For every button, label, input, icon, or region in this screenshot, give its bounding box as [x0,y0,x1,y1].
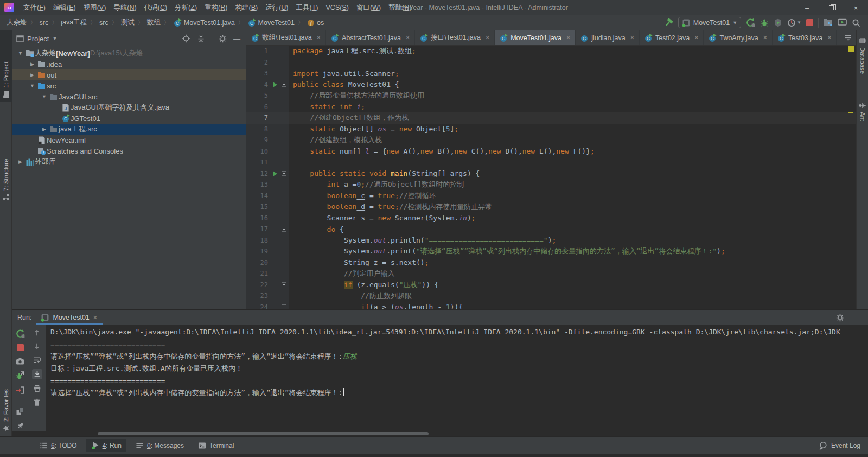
code-line[interactable]: 1 package java工程.src.测试.数组; [246,46,856,57]
fold-icon[interactable] [282,282,286,287]
menu-item[interactable]: 运行(U) [261,0,292,15]
fold-icon[interactable] [282,304,286,309]
tree-expand-icon[interactable]: ▼ [40,94,48,99]
menu-item[interactable]: 窗口(W) [353,0,385,15]
editor-gutter[interactable]: 10 [246,146,289,157]
exit-icon[interactable] [16,386,24,395]
editor-tab[interactable]: C TwoArry.java✕ [704,30,773,45]
code-line[interactable]: 18 System.out.println("=================… [246,235,856,246]
trash-icon[interactable] [33,398,41,407]
code-line[interactable]: 3 import java.util.Scanner; [246,68,856,79]
editor-gutter[interactable]: 9 [246,135,289,146]
gear-icon[interactable] [836,314,844,322]
editor-gutter[interactable]: 23 [246,290,289,302]
editor-tab[interactable]: C jiudian.java✕ [576,30,640,45]
code-line[interactable]: 23 //防止数列超限 [246,290,856,302]
tree-item[interactable]: ▶ 外部库 [12,156,246,167]
scrollbar-thumb[interactable] [98,432,429,435]
close-icon[interactable]: ✕ [630,34,635,41]
breadcrumb-item[interactable]: src [98,18,110,27]
editor-gutter[interactable]: 19 [246,246,289,257]
locate-file-icon[interactable] [182,34,190,43]
breadcrumb-item[interactable]: CMoveTest01 [246,18,296,28]
menu-item[interactable]: 分析(Z) [171,0,201,15]
statusbar-tab[interactable]: Terminal [193,440,239,452]
close-icon[interactable]: ✕ [405,34,410,41]
arrow-down-icon[interactable] [33,342,41,350]
code-line[interactable]: 10 static num[] l = {new A(),new B(),new… [246,146,856,157]
code-line[interactable]: 16 Scanner s = new Scanner(System.in); [246,213,856,224]
close-icon[interactable]: ✕ [763,34,768,41]
console-hscrollbar[interactable] [12,431,868,436]
breadcrumb-item[interactable]: CMoveTest01.java [172,18,236,28]
gear-icon[interactable] [219,35,227,43]
close-icon[interactable]: ✕ [485,34,490,41]
close-icon[interactable]: ✕ [827,34,832,41]
editor-tab[interactable]: C Test03.java✕ [773,30,837,45]
breadcrumb-item[interactable]: fos [306,18,325,27]
stripe-tab-project[interactable]: 1: Project [0,30,12,102]
editor-gutter[interactable]: 12 [246,168,289,180]
code-line[interactable]: 19 System.out.print("请选择“压栈”“弹栈”或“列出栈内存中… [246,246,856,257]
breadcrumb-item[interactable]: java工程 [60,17,88,28]
run-anything-icon[interactable] [838,18,847,27]
editor-gutter[interactable]: 11 [246,157,289,168]
editor-tab[interactable]: C 接口\Test01.java✕ [415,30,495,45]
editor-gutter[interactable]: 14 [246,191,289,202]
tree-expand-icon[interactable]: ▼ [28,83,36,88]
editor-gutter[interactable]: 13 [246,179,289,191]
menu-item[interactable]: 视图(V) [80,0,110,15]
tree-item[interactable]: ▼ JavaGUI.src [12,91,246,102]
fold-icon[interactable] [282,82,286,87]
camera-icon[interactable] [16,357,24,365]
close-button[interactable]: × [844,0,868,15]
error-stripe-mark[interactable] [848,46,854,52]
project-panel-title[interactable]: Project [27,35,49,43]
editor-gutter[interactable]: 22 [246,280,289,291]
editor-gutter[interactable]: 24 [246,302,289,310]
tree-item[interactable]: ▶ java工程.src [12,124,246,135]
run-line-icon[interactable] [273,82,277,87]
code-line[interactable]: 15 boolean d = true;//检测栈内存使用量防止异常 [246,201,856,213]
code-line[interactable]: 4 public class MoveTest01 { [246,79,856,91]
pin-icon[interactable] [16,422,24,430]
layout-icon[interactable] [16,407,24,416]
tree-expand-icon[interactable]: ▶ [40,126,48,132]
hide-panel-icon[interactable]: — [233,35,240,43]
chevron-down-icon[interactable]: ▼ [52,36,57,41]
tree-expand-icon[interactable]: ▼ [16,50,24,56]
editor-gutter[interactable]: 18 [246,235,289,246]
code-line[interactable]: 6 static int i; [246,101,856,113]
coverage-button[interactable] [774,18,782,27]
menu-item[interactable]: 代码(C) [141,0,171,15]
error-stripe-mark[interactable] [848,112,853,113]
tree-item[interactable]: NewYear.iml [12,135,246,145]
code-line[interactable]: 12 public static void main(String[] args… [246,168,856,180]
code-line[interactable]: 20 String z = s.next(); [246,257,856,269]
printer-icon[interactable] [33,384,41,392]
editor-gutter[interactable]: 3 [246,68,289,79]
soft-wrap-icon[interactable] [33,356,41,364]
stop-icon[interactable] [17,344,24,351]
run-button[interactable] [746,18,755,27]
editor-gutter[interactable]: 15 [246,201,289,213]
code-line[interactable]: 24 if(a > (os.length - 1)){ [246,302,856,310]
editor-gutter[interactable]: 5 [246,90,289,101]
statusbar-tab[interactable]: 0: Messages [131,440,189,452]
tabs-list-icon[interactable] [845,30,856,45]
statusbar-tab[interactable]: 6: TODO [35,440,82,452]
editor-gutter[interactable]: 16 [246,213,289,224]
tree-expand-icon[interactable]: ▶ [28,61,36,67]
tool-windows-icon[interactable] [824,18,833,27]
tree-item[interactable]: ▶ .idea [12,59,246,69]
editor-gutter[interactable]: 2 [246,57,289,68]
breadcrumb-item[interactable]: 大杂烩 [5,17,28,28]
tree-item[interactable]: ▼ 大杂烩 [NewYear] D:\java15\大杂烩 [12,48,246,59]
statusbar-tab[interactable]: 4: Run [86,439,126,452]
fold-icon[interactable] [282,171,286,176]
scroll-end-icon[interactable] [32,369,42,379]
stripe-tab-ant[interactable]: Ant [857,99,868,131]
editor-gutter[interactable]: 1 [246,46,289,57]
tree-item[interactable]: Scratches and Consoles [12,145,246,156]
breadcrumb-item[interactable]: 测试 [120,17,136,28]
